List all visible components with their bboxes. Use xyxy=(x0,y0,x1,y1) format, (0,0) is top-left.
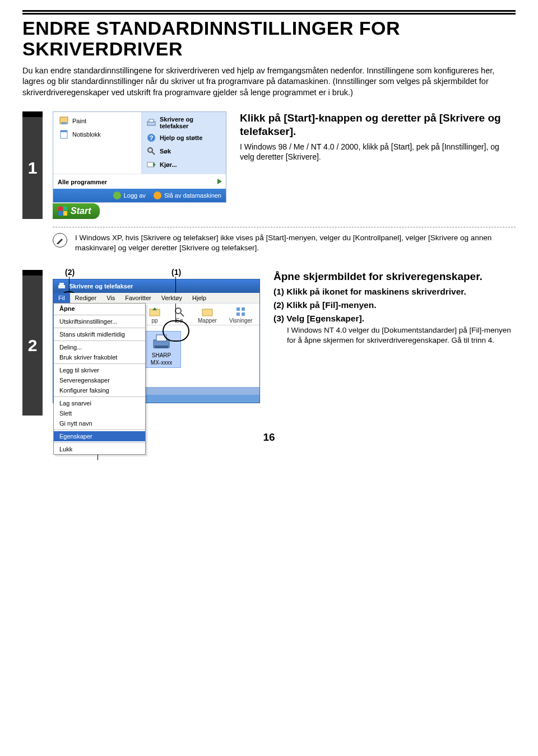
menu-hjelp[interactable]: Hjelp xyxy=(187,293,211,303)
logoff-icon xyxy=(113,192,121,199)
start-menu-label: Hjelp og støtte xyxy=(160,134,202,141)
menu-vis[interactable]: Vis xyxy=(101,293,120,303)
callout-line-2 xyxy=(69,277,69,291)
note-icon xyxy=(53,233,67,248)
toolbar-label: pp xyxy=(151,318,157,324)
svg-text:?: ? xyxy=(150,134,154,141)
logoff-label: Logg av xyxy=(124,192,146,199)
menu-verktoy[interactable]: Verktøy xyxy=(156,293,187,303)
file-close[interactable]: Lukk xyxy=(54,444,145,454)
step-2-screenshot: (2) (1) Skrivere og telefakser Fil R xyxy=(53,270,260,403)
step-2-para: I Windows NT 4.0 velger du [Dokumentstan… xyxy=(287,325,516,345)
printer-name: SHARP xyxy=(152,352,171,358)
svg-line-18 xyxy=(180,313,184,316)
start-menu-item-notepad[interactable]: Notisblokk xyxy=(58,128,138,141)
windows-flag-icon xyxy=(58,207,67,216)
step-2-sub1: (1) Klikk på ikonet for maskinens skrive… xyxy=(273,287,516,297)
svg-line-9 xyxy=(152,152,155,155)
start-menu-label: Skrivere og telefakser xyxy=(160,116,221,129)
svg-rect-5 xyxy=(149,119,154,122)
step-2-heading: Åpne skjermbildet for skriveregenskaper. xyxy=(273,270,516,283)
svg-rect-19 xyxy=(202,309,212,316)
step-1: 1 Paint xyxy=(22,111,516,219)
chevron-right-icon xyxy=(216,178,224,186)
all-programs-label: Alle programmer xyxy=(58,179,107,185)
svg-marker-12 xyxy=(217,179,222,184)
file-offline[interactable]: Bruk skriver frakoblet xyxy=(54,352,145,362)
shutdown-icon xyxy=(154,192,161,199)
step-2-number: 2 xyxy=(22,270,43,416)
callout-2: (2) xyxy=(64,268,76,277)
step-2-sub3: (3) Velg [Egenskaper]. xyxy=(273,314,516,324)
file-rename[interactable]: Gi nytt navn xyxy=(54,418,145,428)
toolbar-folders[interactable]: Mapper xyxy=(198,306,217,324)
svg-rect-21 xyxy=(242,307,245,311)
folders-icon xyxy=(201,306,214,317)
step-1-heading: Klikk på [Start]-knappen og deretter på … xyxy=(240,111,516,138)
shutdown-button[interactable]: Slå av datamaskinen xyxy=(154,192,221,199)
file-add-printer[interactable]: Legg til skriver xyxy=(54,365,145,375)
window-titlebar: Skrivere og telefakser xyxy=(53,279,259,293)
views-icon xyxy=(235,306,247,317)
start-menu-label: Kjør... xyxy=(160,161,177,168)
menubar: Fil Rediger Vis Favoritter Verktøy Hjelp… xyxy=(53,293,259,304)
printer-model: MX-xxxx xyxy=(151,360,172,366)
file-pause[interactable]: Stans utskrift midlertidig xyxy=(54,329,145,339)
svg-point-8 xyxy=(148,148,152,152)
file-shortcut[interactable]: Lag snarvei xyxy=(54,398,145,408)
page-title: ENDRE STANDARDINNSTILLINGER FOR SKRIVERD… xyxy=(22,18,516,60)
logoff-button[interactable]: Logg av xyxy=(113,192,146,199)
step-1-para: I Windows 98 / Me / NT 4.0 / 2000, klikk… xyxy=(240,142,516,162)
start-menu-printers[interactable]: Skrivere og telefakser xyxy=(145,114,222,131)
menu-fil[interactable]: Fil xyxy=(53,293,70,303)
file-configure-fax[interactable]: Konfigurer faksing xyxy=(54,385,145,395)
paint-icon xyxy=(59,116,69,126)
toolbar-label: Mapper xyxy=(198,318,217,324)
start-menu-footer: Logg av Slå av datamaskinen xyxy=(53,189,226,202)
toolbar-views[interactable]: Visninger xyxy=(229,306,253,324)
menu-rediger[interactable]: Rediger xyxy=(70,293,102,303)
printer-icon xyxy=(58,282,66,291)
callout-circle-1 xyxy=(163,320,189,342)
step-1-note-text: I Windows XP, hvis [Skrivere og telefaks… xyxy=(75,233,516,253)
file-server-props[interactable]: Serveregenskaper xyxy=(54,375,145,385)
all-programs[interactable]: Alle programmer xyxy=(53,174,226,189)
file-delete[interactable]: Slett xyxy=(54,408,145,418)
step-1-screenshot: Paint Notisblokk xyxy=(53,111,226,219)
svg-rect-14 xyxy=(59,283,64,286)
start-menu-run[interactable]: Kjør... xyxy=(145,158,222,171)
svg-rect-23 xyxy=(242,312,245,316)
window-title-text: Skrivere og telefakser xyxy=(69,283,133,290)
step-1-number: 1 xyxy=(22,111,43,219)
file-properties[interactable]: Egenskaper xyxy=(54,431,145,441)
toolbar-up[interactable]: pp xyxy=(149,306,161,324)
intro-paragraph: Du kan endre standardinnstillingene for … xyxy=(22,66,516,99)
file-print-settings[interactable]: Utskriftsinnstillinger... xyxy=(54,316,145,326)
callout-1: (1) xyxy=(170,268,182,277)
start-button[interactable]: Start xyxy=(53,203,100,219)
step-2: 2 (2) (1) Skrivere og telefakser xyxy=(22,270,516,416)
start-menu: Paint Notisblokk xyxy=(53,111,226,203)
svg-rect-26 xyxy=(155,346,168,348)
start-menu-help[interactable]: ? Hjelp og støtte xyxy=(145,131,222,144)
svg-point-17 xyxy=(175,308,181,314)
svg-rect-1 xyxy=(61,122,67,124)
printer-icon xyxy=(146,118,156,128)
step-2-sub2: (2) Klikk på [Fil]-menyen. xyxy=(273,300,516,310)
start-menu-search[interactable]: Søk xyxy=(145,144,222,158)
run-icon xyxy=(146,160,156,170)
fil-dropdown: Åpne Utskriftsinnstillinger... Stans uts… xyxy=(53,303,146,455)
file-sharing[interactable]: Deling... xyxy=(54,342,145,352)
printers-window: Skrivere og telefakser Fil Rediger Vis F… xyxy=(53,279,260,403)
menu-favoritter[interactable]: Favoritter xyxy=(120,293,156,303)
start-menu-item-paint[interactable]: Paint xyxy=(58,114,138,128)
start-button-label: Start xyxy=(71,206,91,216)
start-menu-label: Notisblokk xyxy=(72,131,101,138)
notepad-icon xyxy=(59,129,69,139)
shutdown-label: Slå av datamaskinen xyxy=(164,192,221,199)
step-1-note: I Windows XP, hvis [Skrivere og telefaks… xyxy=(53,227,516,253)
file-open[interactable]: Åpne xyxy=(54,304,145,314)
start-menu-label: Søk xyxy=(160,148,171,155)
window-content: SHARP MX-xxxx xyxy=(137,325,259,387)
svg-rect-20 xyxy=(236,307,240,311)
